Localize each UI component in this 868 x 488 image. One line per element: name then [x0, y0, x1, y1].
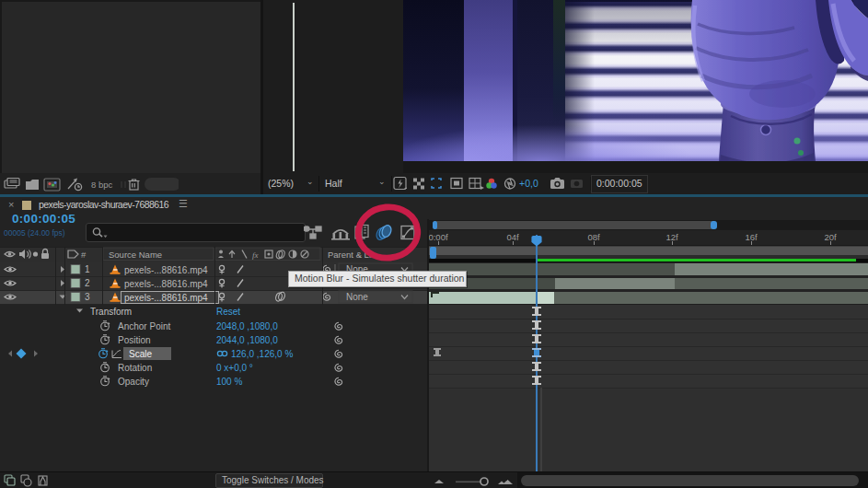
svg-text:pexels-...88616.mp4: pexels-...88616.mp4: [124, 265, 208, 275]
svg-text:Scale: Scale: [129, 349, 152, 359]
svg-text:pexels-...88616.mp4: pexels-...88616.mp4: [124, 279, 208, 289]
svg-text:fx: fx: [252, 250, 259, 260]
svg-text:126,0 ,126,0 %: 126,0 ,126,0 %: [231, 349, 293, 359]
svg-text:2048,0 ,1080,0: 2048,0 ,1080,0: [216, 321, 278, 331]
svg-text:100 %: 100 %: [216, 377, 242, 387]
svg-text:0 x+0,0 °: 0 x+0,0 °: [216, 363, 253, 373]
svg-text:2: 2: [85, 278, 90, 288]
svg-text:Anchor Point: Anchor Point: [118, 321, 170, 331]
svg-text:1: 1: [85, 264, 90, 274]
svg-text:3: 3: [85, 292, 90, 302]
svg-text:2044,0 ,1080,0: 2044,0 ,1080,0: [216, 335, 278, 345]
svg-text:Transform: Transform: [90, 307, 132, 317]
svg-text:8 bpc: 8 bpc: [91, 180, 112, 190]
svg-text:None: None: [346, 292, 368, 302]
svg-text:Parent & Lin: Parent & Lin: [328, 250, 376, 260]
svg-text:Rotation: Rotation: [118, 363, 152, 373]
svg-text:Reset: Reset: [216, 307, 240, 317]
svg-text:Opacity: Opacity: [118, 377, 149, 387]
svg-text:#: #: [81, 250, 87, 260]
svg-text:Position: Position: [118, 335, 151, 345]
svg-text:pexels-...88616.mp4: pexels-...88616.mp4: [124, 293, 208, 303]
svg-text:Source Name: Source Name: [109, 250, 162, 260]
